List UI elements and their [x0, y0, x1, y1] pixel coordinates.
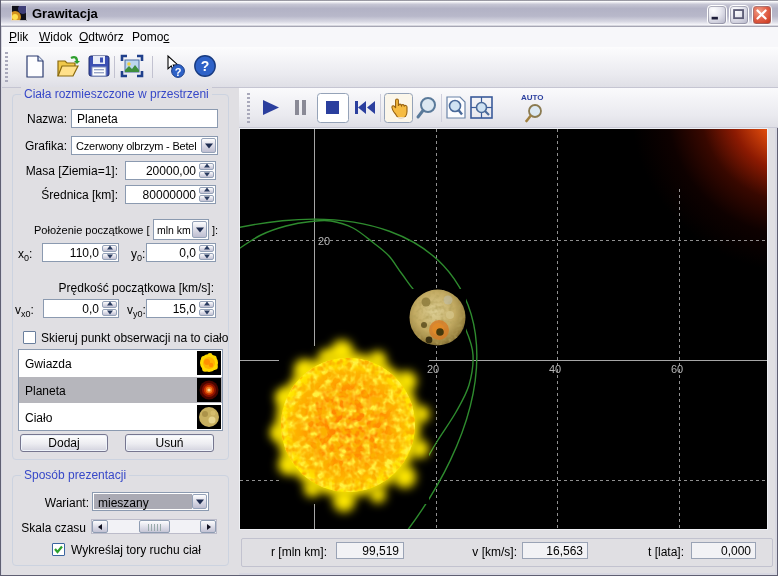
svg-text:40: 40 [549, 363, 561, 375]
svg-text:20: 20 [318, 235, 330, 247]
svg-text:AUTO: AUTO [521, 93, 544, 102]
svg-text:60: 60 [671, 363, 683, 375]
svg-text:20: 20 [427, 363, 439, 375]
svg-text:?: ? [201, 58, 210, 74]
svg-text:?: ? [175, 66, 182, 78]
